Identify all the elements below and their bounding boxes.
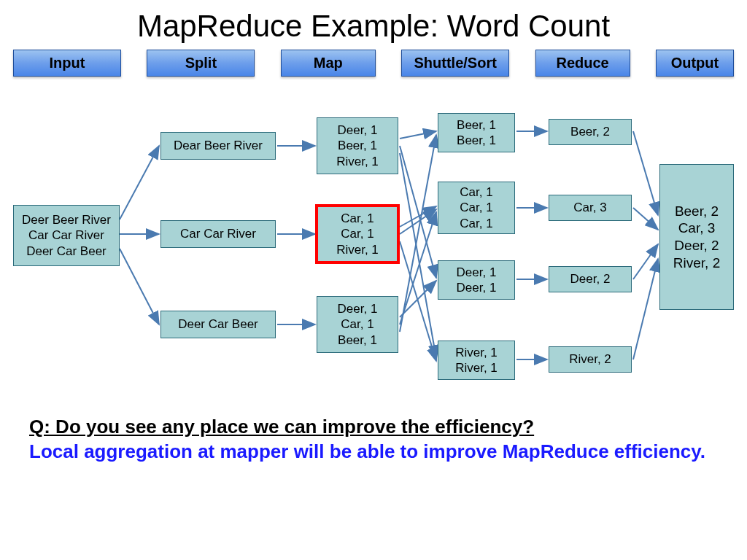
svg-line-6 [400,131,436,139]
svg-line-9 [400,206,436,227]
answer-text: Local aggregation at mapper will be able… [29,440,718,464]
split-box-0: Dear Beer River [160,132,276,160]
svg-line-13 [400,212,436,324]
map-box-2: Deer, 1Car, 1Beer, 1 [317,296,398,353]
stage-input: Input [13,50,121,77]
svg-line-11 [400,241,436,361]
slide-title: MapReduce Example: Word Count [0,9,747,44]
map-box-1: Car, 1Car, 1River, 1 [317,206,398,262]
map-box-0: Deer, 1Beer, 1River, 1 [317,117,398,174]
svg-line-8 [400,153,436,358]
shuffle-box-3: River, 1River, 1 [438,341,515,380]
stage-output: Output [656,50,734,77]
stage-reduce: Reduce [535,50,630,77]
svg-line-21 [633,244,658,279]
stage-split: Split [147,50,255,77]
svg-line-14 [400,135,436,332]
qa-block: Q: Do you see any place we can improve t… [0,412,747,464]
input-box: Deer Beer RiverCar Car RiverDeer Car Bee… [13,205,120,266]
svg-line-10 [400,209,436,234]
svg-line-0 [120,146,159,219]
stage-header-row: Input Split Map Shuttle/Sort Reduce Outp… [0,50,747,77]
shuffle-box-2: Deer, 1Deer, 1 [438,260,515,300]
output-box: Beer, 2Car, 3Deer, 2River, 2 [659,164,734,310]
svg-line-7 [400,146,436,278]
reduce-box-0: Beer, 2 [549,119,632,145]
svg-line-12 [400,281,436,317]
reduce-box-2: Deer, 2 [549,266,632,292]
stage-map: Map [281,50,376,77]
reduce-box-3: River, 2 [549,346,632,373]
shuffle-box-0: Beer, 1Beer, 1 [438,113,515,152]
svg-line-22 [633,259,658,359]
mapreduce-diagram: Deer Beer RiverCar Car RiverDeer Car Bee… [0,91,747,412]
split-box-1: Car Car River [160,220,276,248]
svg-line-19 [633,131,658,215]
svg-line-2 [120,249,159,324]
svg-line-20 [633,208,658,230]
question-text: Q: Do you see any place we can improve t… [29,415,718,440]
shuffle-box-1: Car, 1Car, 1Car, 1 [438,182,515,234]
stage-shuffle: Shuttle/Sort [401,50,509,77]
reduce-box-1: Car, 3 [549,195,632,221]
split-box-2: Deer Car Beer [160,311,276,338]
